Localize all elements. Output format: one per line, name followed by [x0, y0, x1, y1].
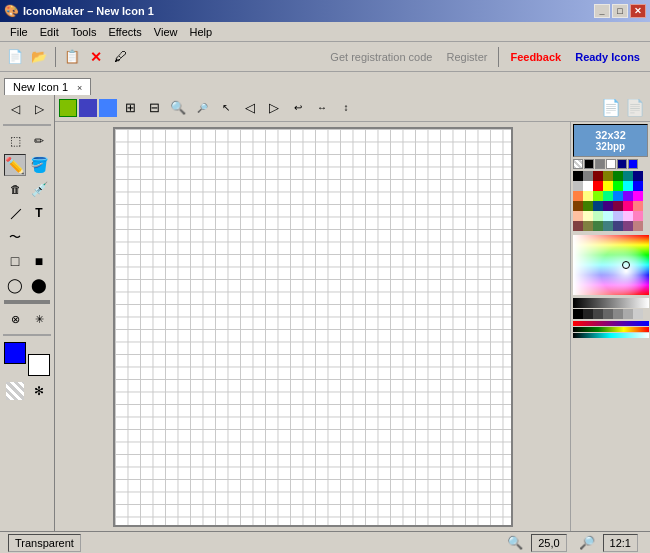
canvas-tb-hflip[interactable]: ↔ — [311, 97, 333, 119]
color-darkred[interactable] — [593, 171, 603, 181]
fill-tool[interactable]: 🪣 — [28, 154, 50, 176]
color-yellow[interactable] — [603, 181, 613, 191]
color-navy[interactable] — [633, 171, 643, 181]
foreground-color-box[interactable] — [4, 342, 26, 364]
canvas-tb-select[interactable] — [59, 99, 77, 117]
registration-link[interactable]: Get registration code — [324, 51, 438, 63]
color-sage[interactable] — [593, 221, 603, 231]
tab-close-button[interactable]: × — [77, 83, 82, 93]
menu-view[interactable]: View — [148, 24, 184, 40]
gray-cell-4[interactable] — [613, 309, 623, 319]
color-cyan[interactable] — [623, 181, 633, 191]
ready-icons-link[interactable]: Ready Icons — [569, 51, 646, 63]
color-lightblue[interactable] — [613, 211, 623, 221]
canvas-tb-prev2[interactable]: 📄 — [624, 97, 646, 119]
gray-swatch[interactable] — [595, 159, 605, 169]
color-slate[interactable] — [603, 221, 613, 231]
brush-tool[interactable] — [28, 226, 50, 248]
redo-button[interactable]: ▷ — [28, 98, 50, 120]
color-springgreen[interactable] — [603, 191, 613, 201]
gray-cell-6[interactable] — [633, 309, 643, 319]
color-blue[interactable] — [633, 181, 643, 191]
copy-button[interactable]: 📋 — [61, 46, 83, 68]
canvas-tb-rotate[interactable]: ↩ — [287, 97, 309, 119]
text-tool[interactable]: T — [28, 202, 50, 224]
color-orange[interactable] — [573, 191, 583, 201]
menu-help[interactable]: Help — [183, 24, 218, 40]
transform-tool[interactable]: ⊗ — [4, 308, 26, 330]
color-gradient-picker[interactable] — [573, 235, 649, 295]
color-darkolive[interactable] — [583, 201, 593, 211]
color-lime[interactable] — [613, 181, 623, 191]
canvas-tb-blue[interactable] — [99, 99, 117, 117]
color-bubblegum[interactable] — [633, 211, 643, 221]
canvas-tb-img[interactable] — [79, 99, 97, 117]
color-indigo[interactable] — [613, 221, 623, 231]
color-darkyellow[interactable] — [583, 221, 593, 231]
color-brown[interactable] — [573, 201, 583, 211]
color-magenta[interactable] — [633, 191, 643, 201]
color-mauve[interactable] — [573, 221, 583, 231]
filled-rect-tool[interactable]: ■ — [28, 250, 50, 272]
color-salmon[interactable] — [633, 201, 643, 211]
black-swatch[interactable] — [584, 159, 594, 169]
menu-file[interactable]: File — [4, 24, 34, 40]
close-button[interactable]: ✕ — [630, 4, 646, 18]
color-line-3[interactable] — [573, 333, 649, 338]
canvas-tb-vflip[interactable]: ↕ — [335, 97, 357, 119]
register-link[interactable]: Register — [440, 51, 493, 63]
color-line-1[interactable] — [573, 321, 649, 326]
gray-cell-1[interactable] — [583, 309, 593, 319]
color-rosybrown[interactable] — [633, 221, 643, 231]
maximize-button[interactable]: □ — [612, 4, 628, 18]
transparent-swatch[interactable] — [573, 159, 583, 169]
color-teal[interactable] — [623, 171, 633, 181]
zoom-in-button[interactable]: 🔎 — [191, 97, 213, 119]
darkblue-swatch[interactable] — [617, 159, 627, 169]
color-silver[interactable] — [573, 181, 583, 191]
canvas-tb-prev[interactable]: 📄 — [600, 97, 622, 119]
grayscale-bar[interactable] — [573, 298, 649, 308]
minimize-button[interactable]: _ — [594, 4, 610, 18]
undo-button[interactable]: ◁ — [4, 98, 26, 120]
paint-button[interactable]: 🖊 — [109, 46, 131, 68]
pencil-tool[interactable]: ✏️ — [4, 154, 26, 176]
color-white[interactable] — [583, 181, 593, 191]
color-red[interactable] — [593, 181, 603, 191]
canvas-tb-grid[interactable]: ⊞ — [119, 97, 141, 119]
color-darkblue2[interactable] — [593, 201, 603, 211]
open-button[interactable]: 📂 — [28, 46, 50, 68]
transparent-tool[interactable] — [4, 380, 26, 402]
menu-edit[interactable]: Edit — [34, 24, 65, 40]
menu-tools[interactable]: Tools — [65, 24, 103, 40]
zoom-out-button[interactable]: 🔍 — [167, 97, 189, 119]
color-darkviolet[interactable] — [603, 201, 613, 211]
canvas-tb-arrow[interactable]: ↖ — [215, 97, 237, 119]
blue-swatch[interactable] — [628, 159, 638, 169]
icon-canvas[interactable] — [113, 127, 513, 527]
color-green[interactable] — [613, 171, 623, 181]
canvas-tb-left[interactable]: ◁ — [239, 97, 261, 119]
feedback-link[interactable]: Feedback — [504, 51, 567, 63]
size-selector[interactable]: 32x32 32bpp — [573, 124, 648, 157]
line-tool[interactable]: — — [0, 197, 31, 228]
canvas-tb-grid2[interactable]: ⊟ — [143, 97, 165, 119]
color-dodgerblue[interactable] — [613, 191, 623, 201]
empty-ellipse-tool[interactable]: ◯ — [4, 274, 26, 296]
gray-cell-2[interactable] — [593, 309, 603, 319]
menu-effects[interactable]: Effects — [102, 24, 147, 40]
color-lightgreen[interactable] — [593, 211, 603, 221]
new-button[interactable]: 📄 — [4, 46, 26, 68]
tab-new-icon-1[interactable]: New Icon 1 × — [4, 78, 91, 95]
background-color-box[interactable] — [28, 354, 50, 376]
color-black[interactable] — [573, 171, 583, 181]
magic-wand-tool[interactable]: ✻ — [28, 380, 50, 402]
empty-rect-tool[interactable]: □ — [4, 250, 26, 272]
color-lightcyan[interactable] — [603, 211, 613, 221]
color-darkpink[interactable] — [613, 201, 623, 211]
color-lightyellow[interactable] — [583, 191, 593, 201]
white-swatch[interactable] — [606, 159, 616, 169]
gray-cell-0[interactable] — [573, 309, 583, 319]
color-violet[interactable] — [623, 191, 633, 201]
gray-cell-5[interactable] — [623, 309, 633, 319]
